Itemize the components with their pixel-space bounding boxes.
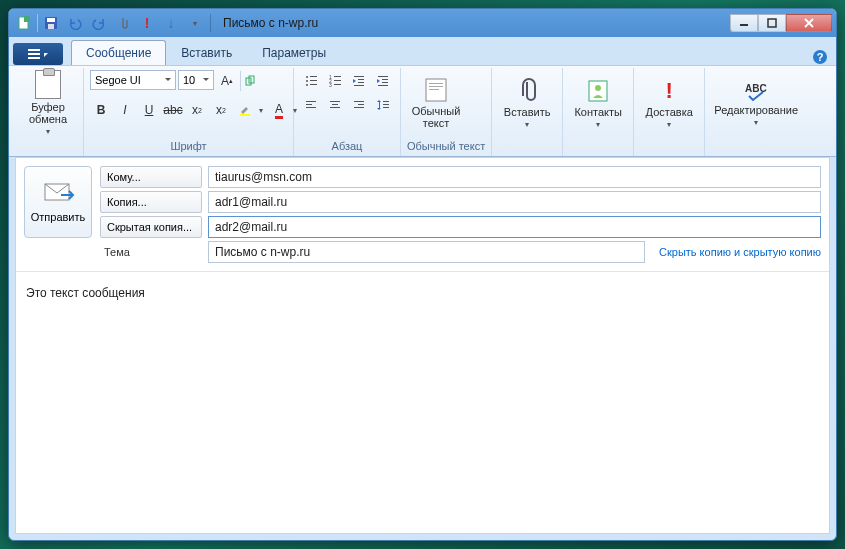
- svg-rect-34: [378, 85, 388, 86]
- svg-rect-49: [429, 83, 443, 84]
- file-menu-button[interactable]: [13, 43, 63, 65]
- subject-row: Тема Скрыть копию и скрытую копию: [100, 241, 821, 263]
- svg-rect-31: [378, 76, 388, 77]
- minimize-button[interactable]: [730, 14, 758, 32]
- tab-message[interactable]: Сообщение: [71, 40, 166, 65]
- maximize-button[interactable]: [758, 14, 786, 32]
- window-controls: [730, 14, 832, 32]
- outdent-button[interactable]: [348, 70, 370, 92]
- group-delivery: ! Доставка▾: [634, 68, 705, 156]
- group-insert: Вставить▾: [492, 68, 563, 156]
- attach-icon[interactable]: [112, 12, 134, 34]
- svg-rect-22: [334, 76, 341, 77]
- svg-rect-20: [310, 84, 317, 85]
- svg-rect-45: [383, 101, 389, 102]
- group-editing: ABC Редактирование▾: [705, 68, 807, 156]
- redo-icon[interactable]: [88, 12, 110, 34]
- envelope-send-icon: [41, 181, 75, 205]
- priority-low-icon[interactable]: ↓: [160, 12, 182, 34]
- bold-button[interactable]: B: [90, 99, 112, 121]
- tab-insert[interactable]: Вставить: [166, 40, 247, 65]
- close-button[interactable]: [786, 14, 832, 32]
- svg-rect-41: [354, 101, 364, 102]
- svg-rect-50: [429, 86, 443, 87]
- font-name-combo[interactable]: Segoe UI: [90, 70, 176, 90]
- cc-input[interactable]: [208, 191, 821, 213]
- svg-rect-18: [310, 80, 317, 81]
- italic-button[interactable]: I: [114, 99, 136, 121]
- bcc-input[interactable]: [208, 216, 821, 238]
- svg-point-15: [306, 76, 308, 78]
- underline-button[interactable]: U: [138, 99, 160, 121]
- shrink-font-icon[interactable]: [240, 70, 262, 92]
- new-icon[interactable]: [13, 12, 35, 34]
- to-input[interactable]: [208, 166, 821, 188]
- svg-rect-33: [382, 82, 388, 83]
- svg-rect-47: [383, 107, 389, 108]
- svg-rect-37: [306, 107, 316, 108]
- send-button[interactable]: Отправить: [24, 166, 92, 238]
- tab-options[interactable]: Параметры: [247, 40, 341, 65]
- quick-access-toolbar: ! ↓ ▾: [13, 12, 206, 34]
- bullets-button[interactable]: [300, 70, 322, 92]
- line-spacing-button[interactable]: [372, 94, 394, 116]
- svg-text:ABC: ABC: [745, 83, 767, 94]
- priority-high-icon[interactable]: !: [136, 12, 158, 34]
- svg-rect-16: [310, 76, 317, 77]
- svg-text:?: ?: [817, 51, 824, 63]
- superscript-button[interactable]: x2: [210, 99, 232, 121]
- to-row: Кому...: [100, 166, 821, 188]
- align-center-button[interactable]: [324, 94, 346, 116]
- undo-icon[interactable]: [64, 12, 86, 34]
- svg-rect-29: [358, 82, 364, 83]
- contacts-button[interactable]: Контакты▾: [569, 70, 627, 136]
- bcc-button[interactable]: Скрытая копия...: [100, 216, 202, 238]
- align-right-button[interactable]: [348, 94, 370, 116]
- to-button[interactable]: Кому...: [100, 166, 202, 188]
- window-title: Письмо с n-wp.ru: [223, 16, 730, 30]
- svg-rect-40: [330, 107, 340, 108]
- svg-rect-46: [383, 104, 389, 105]
- align-left-button[interactable]: [300, 94, 322, 116]
- indent-button[interactable]: [372, 70, 394, 92]
- group-plaintext: Обычный текст Обычный текст: [401, 68, 492, 156]
- message-header: Отправить Кому... Копия... Скрытая копия…: [16, 158, 829, 272]
- svg-rect-8: [28, 53, 40, 55]
- subject-label: Тема: [100, 246, 202, 258]
- ribbon: Буфер обмена ▾ Segoe UI 10 A▴ B I U abc: [9, 65, 836, 157]
- group-font: Segoe UI 10 A▴ B I U abc x2 x2 ▾ A▾ Шриф…: [84, 68, 294, 156]
- font-size-combo[interactable]: 10: [178, 70, 214, 90]
- save-icon[interactable]: [40, 12, 62, 34]
- paste-button[interactable]: Буфер обмена ▾: [19, 70, 77, 136]
- cc-button[interactable]: Копия...: [100, 191, 202, 213]
- qat-menu-icon[interactable]: ▾: [184, 12, 206, 34]
- grow-font-icon[interactable]: A▴: [216, 70, 238, 92]
- message-body[interactable]: Это текст сообщения: [16, 272, 829, 533]
- numbering-button[interactable]: 123: [324, 70, 346, 92]
- subscript-button[interactable]: x2: [186, 99, 208, 121]
- svg-rect-42: [358, 104, 364, 105]
- clipboard-icon: [35, 70, 61, 99]
- help-icon[interactable]: ?: [812, 49, 828, 65]
- delivery-button[interactable]: ! Доставка▾: [640, 70, 698, 136]
- svg-rect-35: [306, 101, 316, 102]
- subject-input[interactable]: [208, 241, 645, 263]
- svg-rect-44: [379, 102, 380, 108]
- app-window: ! ↓ ▾ Письмо с n-wp.ru Сообщение Вставит…: [8, 8, 837, 541]
- svg-rect-39: [332, 104, 338, 105]
- svg-rect-3: [47, 18, 55, 22]
- editing-button[interactable]: ABC Редактирование▾: [711, 70, 801, 136]
- paperclip-icon: [515, 78, 539, 104]
- highlight-button[interactable]: ▾: [234, 99, 266, 121]
- svg-rect-7: [28, 49, 40, 51]
- svg-rect-30: [354, 85, 364, 86]
- svg-rect-1: [24, 16, 30, 22]
- hide-cc-bcc-link[interactable]: Скрыть копию и скрытую копию: [659, 246, 821, 258]
- svg-rect-28: [358, 79, 364, 80]
- address-book-icon: [585, 78, 611, 104]
- strikethrough-button[interactable]: abc: [162, 99, 184, 121]
- compose-area: Отправить Кому... Копия... Скрытая копия…: [15, 157, 830, 534]
- insert-attach-button[interactable]: Вставить▾: [498, 70, 556, 136]
- svg-point-19: [306, 84, 308, 86]
- plaintext-button[interactable]: Обычный текст: [407, 70, 465, 136]
